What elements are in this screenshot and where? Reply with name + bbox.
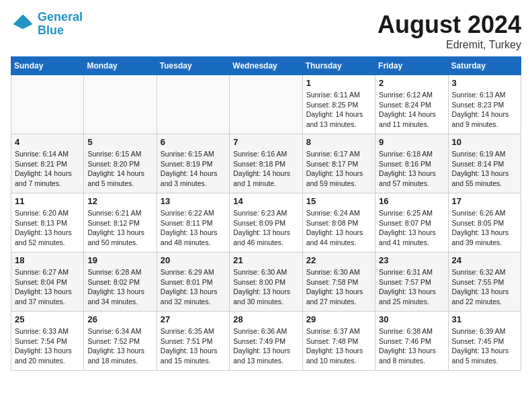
- calendar-header-row: SundayMondayTuesdayWednesdayThursdayFrid…: [11, 57, 521, 75]
- calendar-cell: 25Sunrise: 6:33 AM Sunset: 7:54 PM Dayli…: [11, 312, 84, 371]
- day-number: 28: [233, 314, 298, 324]
- calendar-cell: 4Sunrise: 6:14 AM Sunset: 8:21 PM Daylig…: [11, 134, 84, 193]
- day-info: Sunrise: 6:37 AM Sunset: 7:48 PM Dayligh…: [306, 326, 371, 366]
- calendar-cell: 22Sunrise: 6:30 AM Sunset: 7:58 PM Dayli…: [302, 253, 375, 312]
- day-info: Sunrise: 6:31 AM Sunset: 7:57 PM Dayligh…: [379, 267, 444, 307]
- location-subtitle: Edremit, Turkey: [378, 39, 521, 51]
- calendar-cell: [84, 75, 157, 134]
- calendar-cell: 18Sunrise: 6:27 AM Sunset: 8:04 PM Dayli…: [11, 253, 84, 312]
- calendar-cell: 6Sunrise: 6:15 AM Sunset: 8:19 PM Daylig…: [157, 134, 229, 193]
- calendar-table: SundayMondayTuesdayWednesdayThursdayFrid…: [11, 56, 521, 371]
- month-year-title: August 2024: [378, 11, 521, 39]
- calendar-cell: 16Sunrise: 6:25 AM Sunset: 8:07 PM Dayli…: [375, 193, 448, 253]
- day-number: 8: [306, 137, 371, 147]
- calendar-week-row: 11Sunrise: 6:20 AM Sunset: 8:13 PM Dayli…: [11, 193, 521, 253]
- day-number: 15: [306, 196, 371, 206]
- calendar-cell: 27Sunrise: 6:35 AM Sunset: 7:51 PM Dayli…: [157, 312, 229, 371]
- title-block: August 2024 Edremit, Turkey: [378, 11, 521, 51]
- day-number: 27: [161, 314, 226, 324]
- day-number: 6: [161, 137, 226, 147]
- calendar-cell: 1Sunrise: 6:11 AM Sunset: 8:25 PM Daylig…: [302, 75, 375, 134]
- calendar-cell: 24Sunrise: 6:32 AM Sunset: 7:55 PM Dayli…: [448, 253, 521, 312]
- calendar-cell: 30Sunrise: 6:38 AM Sunset: 7:46 PM Dayli…: [375, 312, 448, 371]
- day-info: Sunrise: 6:15 AM Sunset: 8:20 PM Dayligh…: [87, 149, 152, 189]
- calendar-cell: 2Sunrise: 6:12 AM Sunset: 8:24 PM Daylig…: [375, 75, 448, 134]
- day-number: 11: [15, 196, 80, 206]
- day-info: Sunrise: 6:35 AM Sunset: 7:51 PM Dayligh…: [161, 326, 226, 366]
- day-info: Sunrise: 6:12 AM Sunset: 8:24 PM Dayligh…: [379, 90, 444, 130]
- calendar-cell: 8Sunrise: 6:17 AM Sunset: 8:17 PM Daylig…: [302, 134, 375, 193]
- calendar-cell: 14Sunrise: 6:23 AM Sunset: 8:09 PM Dayli…: [230, 193, 302, 253]
- day-info: Sunrise: 6:17 AM Sunset: 8:17 PM Dayligh…: [306, 149, 371, 189]
- day-number: 4: [15, 137, 80, 147]
- calendar-cell: 15Sunrise: 6:24 AM Sunset: 8:08 PM Dayli…: [302, 193, 375, 253]
- day-info: Sunrise: 6:32 AM Sunset: 7:55 PM Dayligh…: [452, 267, 517, 307]
- weekday-header: Wednesday: [230, 57, 302, 75]
- day-info: Sunrise: 6:25 AM Sunset: 8:07 PM Dayligh…: [379, 208, 444, 248]
- calendar-cell: 10Sunrise: 6:19 AM Sunset: 8:14 PM Dayli…: [448, 134, 521, 193]
- day-number: 5: [87, 137, 152, 147]
- day-info: Sunrise: 6:38 AM Sunset: 7:46 PM Dayligh…: [379, 326, 444, 366]
- calendar-cell: 5Sunrise: 6:15 AM Sunset: 8:20 PM Daylig…: [84, 134, 157, 193]
- day-number: 16: [379, 196, 444, 206]
- day-info: Sunrise: 6:33 AM Sunset: 7:54 PM Dayligh…: [15, 326, 80, 366]
- day-info: Sunrise: 6:11 AM Sunset: 8:25 PM Dayligh…: [306, 90, 371, 130]
- day-info: Sunrise: 6:20 AM Sunset: 8:13 PM Dayligh…: [15, 208, 80, 248]
- day-info: Sunrise: 6:24 AM Sunset: 8:08 PM Dayligh…: [306, 208, 371, 248]
- day-info: Sunrise: 6:16 AM Sunset: 8:18 PM Dayligh…: [233, 149, 298, 189]
- day-number: 10: [452, 137, 517, 147]
- day-number: 25: [15, 314, 80, 324]
- day-info: Sunrise: 6:14 AM Sunset: 8:21 PM Dayligh…: [15, 149, 80, 189]
- day-number: 22: [306, 255, 371, 265]
- weekday-header: Thursday: [302, 57, 375, 75]
- day-number: 14: [233, 196, 298, 206]
- logo-text: General Blue: [38, 11, 83, 38]
- day-info: Sunrise: 6:21 AM Sunset: 8:12 PM Dayligh…: [87, 208, 152, 248]
- calendar-cell: 17Sunrise: 6:26 AM Sunset: 8:05 PM Dayli…: [448, 193, 521, 253]
- calendar-cell: 19Sunrise: 6:28 AM Sunset: 8:02 PM Dayli…: [84, 253, 157, 312]
- day-number: 21: [233, 255, 298, 265]
- calendar-cell: 31Sunrise: 6:39 AM Sunset: 7:45 PM Dayli…: [448, 312, 521, 371]
- calendar-cell: 7Sunrise: 6:16 AM Sunset: 8:18 PM Daylig…: [230, 134, 302, 193]
- day-number: 9: [379, 137, 444, 147]
- calendar-cell: [11, 75, 84, 134]
- day-info: Sunrise: 6:22 AM Sunset: 8:11 PM Dayligh…: [161, 208, 226, 248]
- calendar-cell: 23Sunrise: 6:31 AM Sunset: 7:57 PM Dayli…: [375, 253, 448, 312]
- calendar-cell: 9Sunrise: 6:18 AM Sunset: 8:16 PM Daylig…: [375, 134, 448, 193]
- weekday-header: Friday: [375, 57, 448, 75]
- day-info: Sunrise: 6:30 AM Sunset: 8:00 PM Dayligh…: [233, 267, 298, 307]
- day-info: Sunrise: 6:13 AM Sunset: 8:23 PM Dayligh…: [452, 90, 517, 130]
- weekday-header: Saturday: [448, 57, 521, 75]
- calendar-cell: [157, 75, 229, 134]
- calendar-week-row: 18Sunrise: 6:27 AM Sunset: 8:04 PM Dayli…: [11, 253, 521, 312]
- day-number: 7: [233, 137, 298, 147]
- weekday-header: Sunday: [11, 57, 84, 75]
- calendar-body: 1Sunrise: 6:11 AM Sunset: 8:25 PM Daylig…: [11, 75, 521, 371]
- weekday-header: Monday: [84, 57, 157, 75]
- calendar-cell: 21Sunrise: 6:30 AM Sunset: 8:00 PM Dayli…: [230, 253, 302, 312]
- day-info: Sunrise: 6:18 AM Sunset: 8:16 PM Dayligh…: [379, 149, 444, 189]
- day-number: 19: [87, 255, 152, 265]
- weekday-header: Tuesday: [157, 57, 229, 75]
- calendar-cell: 28Sunrise: 6:36 AM Sunset: 7:49 PM Dayli…: [230, 312, 302, 371]
- day-info: Sunrise: 6:36 AM Sunset: 7:49 PM Dayligh…: [233, 326, 298, 366]
- day-info: Sunrise: 6:29 AM Sunset: 8:01 PM Dayligh…: [161, 267, 226, 307]
- calendar-week-row: 1Sunrise: 6:11 AM Sunset: 8:25 PM Daylig…: [11, 75, 521, 134]
- logo-line2: Blue: [38, 24, 64, 37]
- calendar-cell: [230, 75, 302, 134]
- calendar-cell: 26Sunrise: 6:34 AM Sunset: 7:52 PM Dayli…: [84, 312, 157, 371]
- day-number: 17: [452, 196, 517, 206]
- day-number: 29: [306, 314, 371, 324]
- day-info: Sunrise: 6:28 AM Sunset: 8:02 PM Dayligh…: [87, 267, 152, 307]
- day-number: 20: [161, 255, 226, 265]
- day-number: 30: [379, 314, 444, 324]
- day-number: 2: [379, 78, 444, 88]
- logo: General Blue: [11, 11, 83, 38]
- calendar-cell: 13Sunrise: 6:22 AM Sunset: 8:11 PM Dayli…: [157, 193, 229, 253]
- day-number: 26: [87, 314, 152, 324]
- calendar-cell: 29Sunrise: 6:37 AM Sunset: 7:48 PM Dayli…: [302, 312, 375, 371]
- day-info: Sunrise: 6:27 AM Sunset: 8:04 PM Dayligh…: [15, 267, 80, 307]
- day-number: 3: [452, 78, 517, 88]
- calendar-cell: 3Sunrise: 6:13 AM Sunset: 8:23 PM Daylig…: [448, 75, 521, 134]
- day-info: Sunrise: 6:39 AM Sunset: 7:45 PM Dayligh…: [452, 326, 517, 366]
